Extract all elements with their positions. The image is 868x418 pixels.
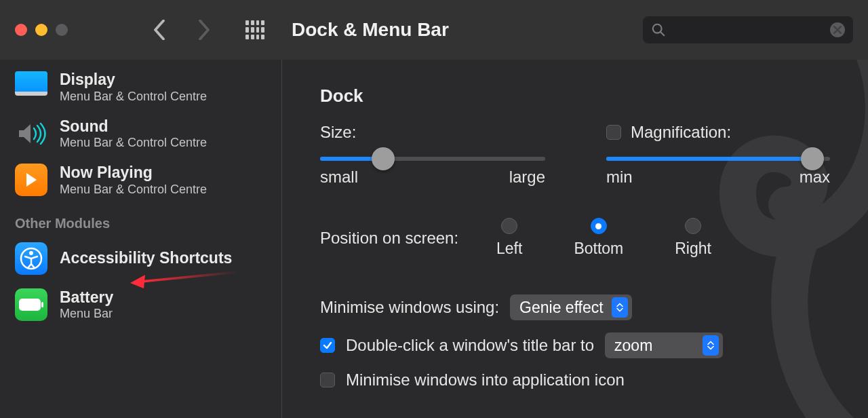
play-icon <box>15 164 47 196</box>
sidebar-item-sub: Menu Bar & Control Centre <box>60 136 207 150</box>
magnification-label: Magnification: <box>631 123 731 142</box>
sidebar-item-now-playing[interactable]: Now Playing Menu Bar & Control Centre <box>0 157 281 204</box>
svg-rect-4 <box>19 299 41 311</box>
slider-min-label: small <box>320 168 358 187</box>
battery-icon <box>15 288 47 321</box>
svg-rect-5 <box>41 302 43 307</box>
minimize-into-icon-label: Minimise windows into application icon <box>346 370 625 390</box>
sidebar-section-header: Other Modules <box>0 204 281 235</box>
slider-min-label: min <box>606 168 633 187</box>
sidebar-item-display[interactable]: Display Menu Bar & Control Centre <box>0 64 281 111</box>
show-all-icon[interactable] <box>245 20 264 39</box>
search-field[interactable] <box>643 16 853 43</box>
select-value: zoom <box>614 337 652 355</box>
radio-label: Right <box>675 240 711 258</box>
slider-max-label: max <box>800 168 830 187</box>
search-icon <box>651 22 666 37</box>
titlebar: Dock & Menu Bar <box>0 0 868 60</box>
size-slider[interactable] <box>320 157 545 161</box>
sidebar-item-label: Now Playing <box>60 164 207 183</box>
search-clear-button[interactable] <box>830 22 845 37</box>
sidebar-item-sound[interactable]: Sound Menu Bar & Control Centre <box>0 111 281 157</box>
magnification-checkbox[interactable] <box>606 125 621 140</box>
display-icon <box>15 71 47 96</box>
position-bottom-radio[interactable] <box>591 218 607 234</box>
sidebar-item-label: Sound <box>60 117 207 136</box>
zoom-window[interactable] <box>56 24 68 36</box>
accessibility-icon <box>15 242 47 275</box>
minimize-using-label: Minimise windows using: <box>320 298 499 317</box>
double-click-label: Double-click a window's title bar to <box>346 336 594 355</box>
double-click-action-select[interactable]: zoom <box>605 332 723 358</box>
select-value: Genie effect <box>519 299 604 317</box>
traffic-lights <box>15 24 68 36</box>
sidebar-item-label: Accessibility Shortcuts <box>60 249 232 268</box>
sidebar-item-battery[interactable]: Battery Menu Bar <box>0 282 281 328</box>
minimize-window[interactable] <box>35 24 47 36</box>
sidebar-item-sub: Menu Bar <box>60 307 113 321</box>
select-stepper-icon <box>703 335 719 356</box>
window-title: Dock & Menu Bar <box>292 19 449 41</box>
forward-button[interactable] <box>194 20 214 40</box>
content-pane: Dock Size: small large Magnification: <box>282 60 868 418</box>
back-button[interactable] <box>149 20 170 40</box>
sidebar-item-sub: Menu Bar & Control Centre <box>60 183 207 197</box>
close-window[interactable] <box>15 24 27 36</box>
magnification-slider[interactable] <box>606 157 830 161</box>
sidebar-item-label: Battery <box>60 288 113 307</box>
sidebar-item-accessibility[interactable]: Accessibility Shortcuts <box>0 235 281 282</box>
size-label: Size: <box>320 123 545 142</box>
minimize-into-icon-checkbox[interactable] <box>320 373 335 387</box>
minimize-effect-select[interactable]: Genie effect <box>510 294 632 320</box>
select-stepper-icon <box>612 297 628 318</box>
svg-line-1 <box>660 32 664 35</box>
sidebar: Display Menu Bar & Control Centre Sound … <box>0 60 282 418</box>
radio-label: Bottom <box>574 240 623 258</box>
double-click-checkbox[interactable] <box>320 338 335 353</box>
radio-label: Left <box>496 240 522 258</box>
position-label: Position on screen: <box>320 229 496 248</box>
section-heading: Dock <box>320 86 830 107</box>
position-left-radio[interactable] <box>501 218 517 234</box>
sidebar-item-label: Display <box>60 71 207 90</box>
position-right-radio[interactable] <box>685 218 701 234</box>
sound-icon <box>15 117 47 150</box>
slider-max-label: large <box>509 168 545 187</box>
sidebar-item-sub: Menu Bar & Control Centre <box>60 90 207 104</box>
svg-point-3 <box>29 251 33 255</box>
